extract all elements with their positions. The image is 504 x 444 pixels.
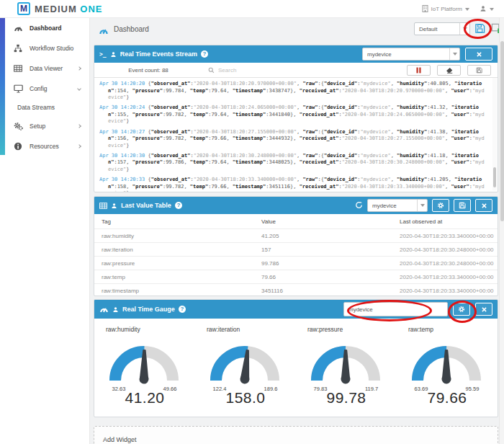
search-input[interactable] (218, 67, 348, 74)
help-icon[interactable]: ? (175, 202, 182, 209)
cell-tag: raw:humidity (102, 233, 261, 239)
gauge-raw-pressure: raw:pressure 79.83 119.7 99.78 (296, 320, 397, 407)
last-value-table-widget: Last Value Table ? mydevice (94, 196, 498, 296)
events-stream-header: >_ Real Time Events Stream ? mydevice (94, 45, 498, 63)
page-header: Dashboard Default (90, 18, 499, 41)
top-right-controls: IoT Platform (422, 0, 494, 18)
chevron-right-icon (77, 124, 81, 128)
clear-stream-button[interactable] (437, 65, 461, 76)
log-entry: Apr 30 14:20:33 {"observed_at":"2020-04-… (99, 177, 486, 192)
sidebar-item-dashboard[interactable]: Dashboard (0, 18, 89, 38)
sidebar-item-resources[interactable]: Resources (0, 136, 89, 156)
stream-device-select-value: mydevice (363, 51, 449, 58)
user-icon (110, 48, 117, 61)
gauge-dial: 79.83 119.7 (299, 334, 394, 393)
table-icon (99, 199, 107, 212)
chevron-right-icon (77, 66, 81, 71)
help-icon[interactable]: ? (179, 306, 186, 313)
platform-menu[interactable]: IoT Platform (422, 5, 469, 14)
table-row: raw:temp 79.66 2020-04-30T18:20:33.34000… (94, 270, 498, 283)
sidebar-item-data-viewer[interactable]: Data Viewer (0, 58, 89, 79)
log-entry: Apr 30 14:20:24 {"observed_at":"2020-04-… (99, 105, 486, 125)
cell-tag: raw:iteration (102, 247, 261, 253)
gauge-label: raw:iteration (207, 326, 240, 333)
chevron-down-icon (417, 200, 427, 211)
cell-last-observed: 2020-04-30T18:20:30.248000+00:00 (400, 247, 498, 253)
chevron-down-icon (459, 23, 469, 35)
gauges-row: raw:humidity 32.63 49.66 41.20raw:iterat… (94, 319, 498, 407)
brand-text: MEDIUM ONE (35, 4, 103, 14)
sidebar-item-label: Resources (30, 143, 59, 150)
sidebar: DashboardWorkflow StudioData ViewerConfi… (0, 18, 90, 444)
top-bar: M MEDIUM ONE IoT Platform (0, 0, 504, 18)
gauge-dial: 122.4 189.6 (198, 334, 293, 393)
sidebar-item-label: Data Streams (17, 104, 55, 111)
sidebar-item-label: Setup (30, 123, 45, 130)
gauge-dial: 32.63 49.66 (97, 334, 192, 393)
gauge-device-input[interactable] (343, 302, 448, 316)
help-icon[interactable]: ? (201, 50, 208, 58)
event-count: Event count: 88 (94, 67, 202, 74)
add-widget-button[interactable]: Add Widget (94, 426, 498, 444)
tachometer-icon (13, 23, 23, 33)
cell-value: 3451116 (261, 288, 400, 294)
dashboard-select-value: Default (415, 26, 459, 32)
sidebar-item-label: Dashboard (30, 25, 61, 32)
sidebar-item-data-streams[interactable]: Data Streams (0, 99, 89, 116)
sidebar-item-setup[interactable]: Setup (0, 116, 89, 136)
log-scrollbar (492, 78, 497, 190)
column-header-value: Value (261, 218, 400, 225)
table-save-button[interactable] (454, 199, 471, 212)
info-icon (13, 141, 23, 151)
cell-value: 79.66 (261, 274, 400, 280)
gauge-label: raw:temp (408, 326, 433, 333)
close-gauge-button[interactable] (475, 303, 492, 316)
close-stream-button[interactable] (465, 48, 492, 61)
sidebar-item-label: Data Viewer (30, 65, 63, 72)
dashboard-select[interactable]: Default (414, 22, 470, 35)
cell-last-observed: 2020-04-30T18:20:33.340000+00:00 (400, 233, 498, 239)
app-window: M MEDIUM ONE IoT Platform (0, 0, 504, 444)
cell-last-observed: 2020-04-30T18:20:33.340000+00:00 (400, 288, 498, 294)
events-stream-widget: >_ Real Time Events Stream ? mydevice (94, 45, 498, 192)
gears-icon (13, 121, 23, 131)
sidebar-item-workflow-studio[interactable]: Workflow Studio (0, 38, 89, 58)
pause-stream-button[interactable] (407, 65, 431, 76)
real-time-gauge-title: Real Time Gauge (122, 306, 175, 313)
log-entry: Apr 30 14:20:27 {"observed_at":"2020-04-… (99, 129, 486, 150)
close-table-button[interactable] (475, 199, 492, 212)
gauge-raw-humidity: raw:humidity 32.63 49.66 41.20 (94, 320, 195, 407)
chevron-down-icon (77, 86, 81, 91)
chevron-down-icon (449, 48, 459, 60)
gauge-raw-temp: raw:temp 63.69 95.59 79.66 (397, 320, 498, 407)
stream-search (202, 63, 407, 76)
gauge-label: raw:pressure (307, 326, 343, 333)
brand-medium: MEDIUM (35, 4, 77, 14)
gauge-max-label: 189.6 (264, 386, 278, 392)
cell-last-observed: 2020-04-30T18:20:30.248000+00:00 (400, 260, 498, 267)
chevron-down-icon (490, 8, 494, 11)
refresh-icon[interactable] (355, 199, 363, 212)
real-time-gauge-header: Real Time Gauge ? (94, 300, 498, 319)
stream-device-select[interactable]: mydevice (362, 48, 460, 61)
save-dashboard-button[interactable] (474, 23, 487, 35)
cell-value: 157 (261, 247, 400, 253)
gauge-min-label: 79.83 (314, 386, 328, 392)
gauge-min-label: 122.4 (213, 386, 227, 392)
log-entry: Apr 30 14:20:30 {"observed_at":"2020-04-… (99, 153, 486, 174)
sidebar-nav: DashboardWorkflow StudioData ViewerConfi… (0, 18, 89, 156)
save-stream-button[interactable] (467, 65, 491, 76)
page-scrollbar-thumb[interactable] (500, 41, 504, 221)
chevron-right-icon (77, 144, 81, 148)
gauge-raw-iteration: raw:iteration 122.4 189.6 158.0 (195, 320, 296, 407)
table-column-headers: Tag Value Last observed at (94, 214, 498, 228)
gauge-settings-button[interactable] (453, 303, 470, 316)
sidebar-item-config[interactable]: Config (0, 79, 89, 99)
search-icon (208, 63, 215, 76)
brand-one: ONE (80, 4, 102, 14)
log-scrollbar-thumb[interactable] (493, 167, 496, 187)
user-menu[interactable] (480, 5, 494, 14)
terminal-icon: >_ (99, 51, 107, 58)
table-device-select[interactable]: mydevice (367, 199, 428, 212)
table-settings-button[interactable] (432, 199, 449, 212)
